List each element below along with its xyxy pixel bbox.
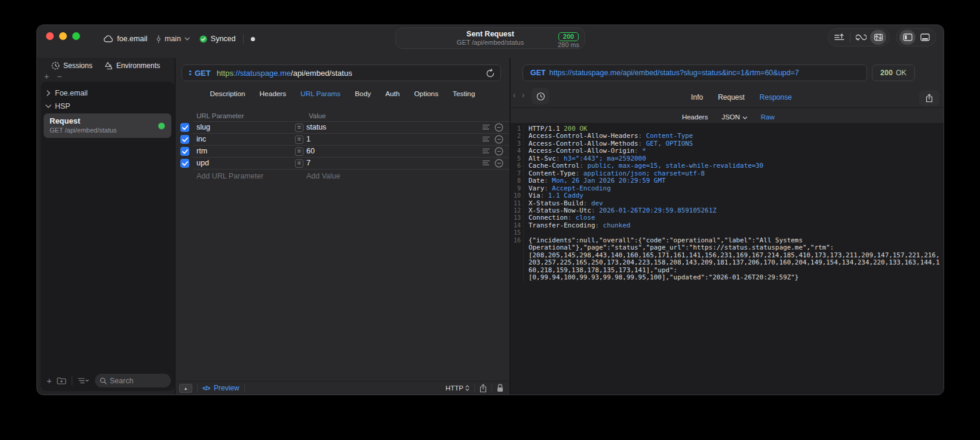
equals-icon: = (295, 136, 303, 144)
tab-sessions[interactable]: Sessions (51, 61, 93, 70)
tab-response[interactable]: Response (760, 93, 792, 101)
equals-icon: = (295, 147, 303, 156)
param-value[interactable]: status (306, 123, 326, 131)
method-select[interactable]: GET (195, 69, 211, 78)
tab-request[interactable]: Request (718, 93, 745, 101)
param-name[interactable]: rtm (196, 147, 207, 155)
param-enabled-checkbox[interactable] (180, 159, 189, 168)
sidebar: Sessions Environments + − (37, 58, 174, 395)
project-name[interactable]: foe.email (117, 35, 148, 43)
resend-request-icon[interactable] (486, 69, 494, 78)
titlebar: foe.email main Synced Sent Request GET /… (37, 25, 944, 58)
minimize-window-button[interactable] (59, 32, 67, 40)
tab-description[interactable]: Description (210, 90, 245, 98)
param-text-options-icon[interactable] (483, 160, 490, 166)
param-enabled-checkbox[interactable] (180, 135, 189, 144)
remove-param-button[interactable] (494, 159, 503, 168)
param-text-options-icon[interactable] (483, 148, 490, 154)
status-code-badge: 200 (558, 32, 579, 41)
subtab-raw[interactable]: Raw (761, 113, 775, 121)
request-response-toggle-button[interactable] (870, 30, 886, 45)
remove-param-button[interactable] (494, 147, 503, 156)
param-enabled-checkbox[interactable] (180, 123, 189, 132)
tab-auth[interactable]: Auth (385, 90, 400, 98)
history-button[interactable] (532, 88, 549, 104)
tab-testing[interactable]: Testing (453, 90, 475, 98)
param-name[interactable]: inc (196, 135, 206, 143)
param-value[interactable]: 7 (306, 159, 311, 167)
tree-item-foe-email[interactable]: Foe.email (41, 87, 174, 100)
titlebar-divider (243, 35, 244, 44)
request-item-title: Request (50, 116, 165, 126)
add-param-row[interactable]: Add URL Parameter Add Value (176, 170, 509, 181)
subtab-headers[interactable]: Headers (682, 113, 708, 121)
request-status-pill[interactable]: Sent Request GET /api/embed/status 200 2… (395, 27, 585, 49)
history-back-button[interactable]: ‹ (513, 90, 516, 100)
param-value[interactable]: 60 (306, 147, 315, 155)
tab-options[interactable]: Options (414, 90, 438, 98)
import-export-button[interactable] (831, 30, 847, 45)
equals-icon: = (295, 159, 303, 168)
request-url-input[interactable]: https://statuspage.me/api/embed/status (217, 69, 352, 78)
chevron-down-icon (45, 104, 51, 108)
sync-branch-button[interactable] (853, 30, 869, 45)
subtab-json[interactable]: JSON (721, 113, 747, 121)
sort-options-button[interactable] (78, 377, 90, 384)
column-header-url-parameter: URL Parameter (196, 112, 244, 119)
tab-info[interactable]: Info (691, 93, 703, 101)
preview-label: Preview (214, 384, 239, 392)
tab-environments[interactable]: Environments (105, 61, 160, 70)
equals-icon: = (295, 124, 303, 132)
add-url-parameter-placeholder[interactable]: Add URL Parameter (196, 172, 263, 180)
export-response-button[interactable] (919, 90, 939, 106)
close-window-button[interactable] (46, 32, 54, 40)
tab-headers[interactable]: Headers (260, 90, 287, 98)
remove-param-button[interactable] (494, 123, 503, 132)
request-list-item-selected[interactable]: Request GET /api/embed/status (44, 113, 171, 138)
collapse-panel-button[interactable]: ▲ (179, 384, 192, 393)
preview-button[interactable]: </> Preview (202, 384, 239, 392)
zoom-window-button[interactable] (72, 32, 80, 40)
add-value-placeholder[interactable]: Add Value (306, 172, 340, 180)
search-input[interactable]: Search (95, 374, 171, 387)
toggle-bottom-panel-button[interactable] (917, 30, 933, 45)
request-status-dot (158, 122, 165, 129)
param-text-options-icon[interactable] (483, 124, 490, 130)
param-row-upd: upd=7 (176, 158, 509, 170)
search-placeholder: Search (110, 377, 134, 385)
share-icon[interactable] (480, 384, 487, 393)
column-header-value: Value (309, 112, 326, 119)
remove-session-button[interactable]: − (57, 73, 62, 81)
response-status-code: 200 (880, 69, 893, 77)
tab-body[interactable]: Body (355, 90, 371, 98)
toolbar-divider (850, 33, 850, 42)
tree-item-label: HSP (55, 102, 70, 110)
protocol-select[interactable]: HTTP (446, 384, 469, 392)
request-editor-pane: GET https://statuspage.me/api/embed/stat… (174, 58, 509, 395)
toggle-sidebar-button[interactable] (899, 30, 916, 45)
add-request-button[interactable]: + (47, 377, 52, 385)
param-enabled-checkbox[interactable] (180, 147, 189, 156)
toolbar-group-right (896, 28, 936, 47)
param-text-options-icon[interactable] (483, 136, 490, 142)
request-url-bar[interactable]: GET https://statuspage.me/api/embed/stat… (182, 64, 501, 81)
url-params-table: URL Parameter Value slug=statusinc=1rtm=… (176, 110, 509, 181)
add-session-button[interactable]: + (44, 73, 49, 81)
param-value[interactable]: 1 (306, 135, 311, 143)
param-name[interactable]: slug (196, 123, 210, 131)
new-folder-icon[interactable] (57, 377, 66, 384)
tab-url-params[interactable]: URL Params (300, 90, 340, 98)
param-name[interactable]: upd (196, 159, 209, 167)
request-duration: 280 ms (558, 41, 579, 49)
remove-param-button[interactable] (494, 135, 503, 144)
branch-name[interactable]: main (165, 35, 181, 43)
search-icon (100, 377, 107, 384)
history-forward-button[interactable]: › (522, 90, 525, 100)
bottom-bar-divider (72, 376, 72, 385)
sent-request-url[interactable]: GEThttps://statuspage.me/api/embed/statu… (523, 64, 867, 81)
response-body[interactable]: 1HTTP/1.1 200 OK2Access-Control-Allow-He… (511, 123, 944, 395)
chevron-down-icon[interactable] (185, 37, 190, 41)
request-item-subtitle: GET /api/embed/status (50, 127, 165, 134)
tree-item-hsp[interactable]: HSP (41, 100, 174, 113)
sync-status: Synced (211, 35, 236, 43)
